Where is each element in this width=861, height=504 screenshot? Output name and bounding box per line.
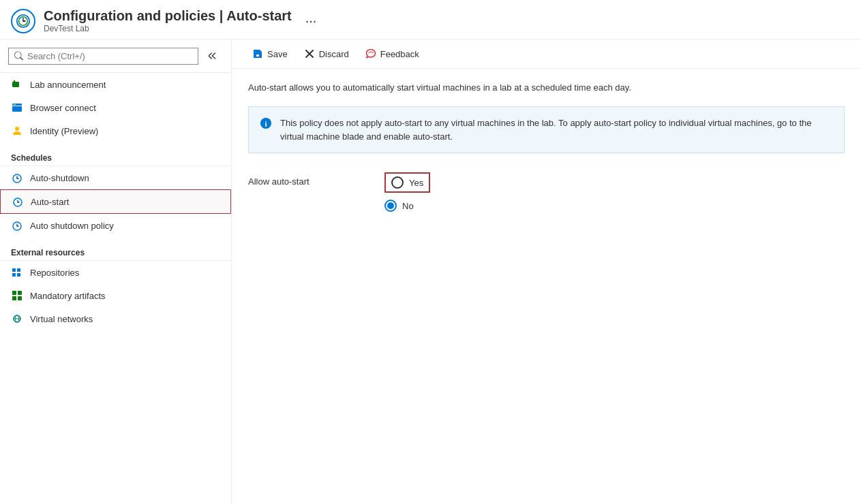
announcement-icon [11,78,23,91]
radio-yes-label: Yes [409,178,423,188]
clock-icon [12,195,24,208]
toolbar: Save Discard Feedback [232,40,861,69]
page-subtitle: DevTest Lab [44,24,292,33]
discard-button[interactable]: Discard [297,45,356,63]
radio-yes-circle [391,176,404,189]
svg-rect-21 [17,268,20,272]
radio-no-circle [384,200,397,212]
sidebar-item-mandatory-artifacts[interactable]: Mandatory artifacts [0,284,231,307]
svg-point-8 [13,104,14,106]
artifacts-icon [11,289,23,302]
sidebar-item-auto-start[interactable]: Auto-start [0,189,231,214]
svg-rect-25 [18,291,22,295]
description-text: Auto-start allows you to automatically s… [248,82,845,93]
save-button[interactable]: Save [245,45,294,63]
svg-rect-26 [12,296,16,300]
form-label: Allow auto-start [248,172,357,187]
browser-icon [11,101,23,114]
sidebar-item-label: Auto-shutdown [30,173,89,183]
sidebar-item-browser-connect[interactable]: Browser connect [0,96,231,119]
identity-icon [11,125,23,137]
info-banner-text: This policy does not apply auto-start to… [280,116,833,143]
schedules-section-header: Schedules [0,145,231,166]
more-options-button[interactable]: ··· [305,13,317,29]
info-icon: i [260,117,272,143]
clock-icon [11,172,23,184]
sidebar-item-label: Auto-start [31,197,69,207]
sidebar-search-area [0,40,231,73]
sidebar-item-label: Mandatory artifacts [30,291,106,301]
search-icon [14,51,23,61]
svg-rect-23 [17,273,20,277]
sidebar-item-lab-announcement[interactable]: Lab announcement [0,73,231,96]
svg-rect-24 [12,291,16,295]
svg-text:i: i [265,119,267,128]
svg-rect-27 [18,296,22,300]
svg-point-9 [15,104,16,106]
search-box[interactable] [8,48,198,65]
svg-rect-20 [12,268,16,272]
sidebar: Lab announcement Browser connect [0,40,232,504]
external-resources-section-header: External resources [0,240,231,261]
radio-no-option[interactable]: No [384,200,430,212]
feedback-icon [365,48,376,59]
page-title: Configuration and policies | Auto-start [44,8,292,24]
search-input[interactable] [27,51,192,61]
main-layout: Lab announcement Browser connect [0,40,861,504]
sidebar-item-identity[interactable]: Identity (Preview) [0,119,231,142]
sidebar-item-virtual-networks[interactable]: Virtual networks [0,307,231,330]
sidebar-item-repositories[interactable]: Repositories [0,261,231,284]
sidebar-item-auto-shutdown-policy[interactable]: Auto shutdown policy [0,214,231,237]
radio-no-label: No [402,201,414,211]
feedback-button[interactable]: Feedback [359,45,426,63]
collapse-sidebar-button[interactable] [204,46,223,65]
sidebar-item-label: Repositories [30,268,79,278]
app-icon [11,9,35,33]
content-area: Save Discard Feedback Auto-start allows … [232,40,861,504]
info-banner: i This policy does not apply auto-start … [248,106,845,153]
svg-rect-5 [14,80,15,82]
svg-point-10 [15,127,19,131]
svg-rect-22 [12,273,16,277]
clock-icon [11,219,23,232]
sidebar-item-auto-shutdown[interactable]: Auto-shutdown [0,166,231,189]
save-icon [252,48,263,59]
sidebar-item-label: Auto shutdown policy [30,221,114,231]
sidebar-item-label: Identity (Preview) [30,126,98,136]
sidebar-item-label: Lab announcement [30,80,106,90]
page-header: Configuration and policies | Auto-start … [0,0,861,40]
content-body: Auto-start allows you to automatically s… [232,69,861,504]
header-text: Configuration and policies | Auto-start … [44,8,292,33]
network-icon [11,313,23,325]
sidebar-item-label: Browser connect [30,103,96,113]
radio-yes-option[interactable]: Yes [384,172,430,193]
sidebar-content: Lab announcement Browser connect [0,73,231,504]
sidebar-item-label: Virtual networks [30,314,93,324]
form-row: Allow auto-start Yes No [248,172,845,212]
svg-rect-7 [12,106,22,106]
svg-rect-4 [12,82,19,87]
radio-group: Yes No [384,172,430,212]
repo-icon [11,266,23,279]
discard-icon [304,48,315,59]
